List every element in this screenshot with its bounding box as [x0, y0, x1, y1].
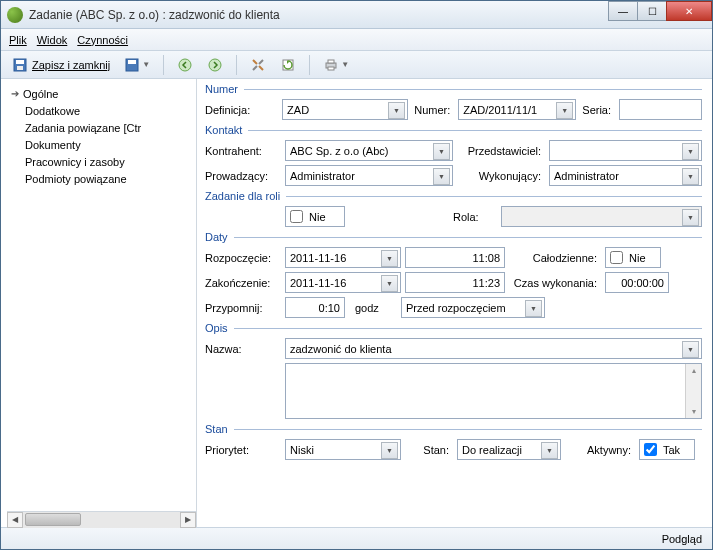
- label-numer: Numer:: [412, 104, 454, 116]
- label-aktywny: Aktywny:: [565, 444, 635, 456]
- disk-drop-icon: [124, 57, 140, 73]
- zakonczenie-time-input[interactable]: 11:23: [405, 272, 505, 293]
- menu-czynnosci[interactable]: Czynności: [77, 34, 128, 46]
- svg-rect-10: [328, 67, 334, 70]
- sidebar-hscroll[interactable]: ◀ ▶: [7, 511, 196, 527]
- rozpoczecie-time-input[interactable]: 11:08: [405, 247, 505, 268]
- calodzienne-checkbox[interactable]: Nie: [605, 247, 661, 268]
- arrow-left-icon: [177, 57, 193, 73]
- scroll-right-icon[interactable]: ▶: [180, 512, 196, 528]
- seria-input[interactable]: [619, 99, 702, 120]
- scroll-thumb[interactable]: [25, 513, 81, 526]
- menu-widok[interactable]: Widok: [37, 34, 68, 46]
- scroll-left-icon[interactable]: ◀: [7, 512, 23, 528]
- stan-select[interactable]: Do realizacji: [457, 439, 561, 460]
- definicja-select[interactable]: ZAD: [282, 99, 408, 120]
- sidebar: Ogólne Dodatkowe Zadania powiązane [Ctr …: [1, 79, 197, 527]
- label-prowadzacy: Prowadzący:: [205, 170, 281, 182]
- save-close-label: Zapisz i zamknij: [32, 59, 110, 71]
- svg-point-5: [179, 59, 191, 71]
- nav-fwd-button[interactable]: [202, 54, 228, 76]
- zadanie-roli-check-input[interactable]: [290, 210, 303, 223]
- refresh-button[interactable]: [275, 54, 301, 76]
- label-godz: godz: [349, 302, 397, 314]
- sidebar-item-dodatkowe[interactable]: Dodatkowe: [7, 102, 196, 119]
- printer-icon: [323, 57, 339, 73]
- label-przedstawiciel: Przedstawiciel:: [457, 145, 545, 157]
- prowadzacy-select[interactable]: Administrator: [285, 165, 453, 186]
- app-icon: [7, 7, 23, 23]
- group-kontakt: Kontakt: [205, 124, 702, 136]
- label-wykonujacy: Wykonujący:: [457, 170, 545, 182]
- aktywny-check-input[interactable]: [644, 443, 657, 456]
- menu-plik[interactable]: Plik: [9, 34, 27, 46]
- sidebar-item-podmioty[interactable]: Podmioty powiązane: [7, 170, 196, 187]
- sidebar-item-zadania-powiazane[interactable]: Zadania powiązane [Ctr: [7, 119, 196, 136]
- statusbar: Podgląd: [1, 527, 712, 549]
- wykonujacy-select[interactable]: Administrator: [549, 165, 702, 186]
- przedstawiciel-select[interactable]: [549, 140, 702, 161]
- label-calodzienne: Całodzienne:: [509, 252, 601, 264]
- tools-icon: [250, 57, 266, 73]
- tools-button[interactable]: [245, 54, 271, 76]
- group-stan: Stan: [205, 423, 702, 435]
- toolbar: Zapisz i zamknij ▼ ▼: [1, 51, 712, 79]
- nazwa-select[interactable]: zadzwonić do klienta: [285, 338, 702, 359]
- textarea-scrollbar[interactable]: ▴▾: [685, 364, 701, 418]
- maximize-button[interactable]: ☐: [637, 1, 667, 21]
- menubar: Plik Widok Czynności: [1, 29, 712, 51]
- numer-select[interactable]: ZAD/2011/11/1: [458, 99, 576, 120]
- svg-point-6: [209, 59, 221, 71]
- close-button[interactable]: ✕: [666, 1, 712, 21]
- minimize-button[interactable]: —: [608, 1, 638, 21]
- opis-textarea[interactable]: ▴▾: [285, 363, 702, 419]
- label-rola: Rola:: [453, 211, 497, 223]
- label-stan: Stan:: [405, 444, 453, 456]
- group-zadanie-dla-roli: Zadanie dla roli: [205, 190, 702, 202]
- titlebar: Zadanie (ABC Sp. z o.o) : zadzwonić do k…: [1, 1, 712, 29]
- label-kontrahent: Kontrahent:: [205, 145, 281, 157]
- svg-rect-2: [17, 66, 23, 70]
- arrow-right-icon: [207, 57, 223, 73]
- przypomnij-input[interactable]: 0:10: [285, 297, 345, 318]
- aktywny-checkbox[interactable]: Tak: [639, 439, 695, 460]
- label-czas-wykonania: Czas wykonania:: [509, 277, 601, 289]
- label-przypomnij: Przypomnij:: [205, 302, 281, 314]
- status-podglad[interactable]: Podgląd: [662, 533, 702, 545]
- label-seria: Seria:: [580, 104, 615, 116]
- group-daty: Daty: [205, 231, 702, 243]
- group-numer: Numer: [205, 83, 702, 95]
- disk-icon: [12, 57, 28, 73]
- group-opis: Opis: [205, 322, 702, 334]
- calodzienne-check-input[interactable]: [610, 251, 623, 264]
- czas-wykonania-input[interactable]: 00:00:00: [605, 272, 669, 293]
- label-zakonczenie: Zakończenie:: [205, 277, 281, 289]
- zadanie-roli-checkbox[interactable]: Nie: [285, 206, 345, 227]
- sidebar-item-ogolne[interactable]: Ogólne: [7, 85, 196, 102]
- zakonczenie-date-select[interactable]: 2011-11-16: [285, 272, 401, 293]
- przypomnij-typ-select[interactable]: Przed rozpoczęciem: [401, 297, 545, 318]
- form-panel: Numer Definicja: ZAD Numer: ZAD/2011/11/…: [197, 79, 712, 527]
- nav-back-button[interactable]: [172, 54, 198, 76]
- sidebar-item-dokumenty[interactable]: Dokumenty: [7, 136, 196, 153]
- save-dropdown-button[interactable]: ▼: [119, 54, 155, 76]
- svg-rect-9: [328, 60, 334, 63]
- nav-tree: Ogólne Dodatkowe Zadania powiązane [Ctr …: [7, 85, 196, 511]
- label-rozpoczecie: Rozpoczęcie:: [205, 252, 281, 264]
- refresh-icon: [280, 57, 296, 73]
- save-close-button[interactable]: Zapisz i zamknij: [7, 54, 115, 76]
- label-nazwa: Nazwa:: [205, 343, 281, 355]
- svg-rect-1: [16, 60, 24, 64]
- rozpoczecie-date-select[interactable]: 2011-11-16: [285, 247, 401, 268]
- priorytet-select[interactable]: Niski: [285, 439, 401, 460]
- label-priorytet: Priorytet:: [205, 444, 281, 456]
- svg-rect-4: [128, 60, 136, 64]
- label-definicja: Definicja:: [205, 104, 278, 116]
- kontrahent-select[interactable]: ABC Sp. z o.o (Abc): [285, 140, 453, 161]
- rola-select: [501, 206, 702, 227]
- print-button[interactable]: ▼: [318, 54, 354, 76]
- sidebar-item-pracownicy[interactable]: Pracownicy i zasoby: [7, 153, 196, 170]
- window-title: Zadanie (ABC Sp. z o.o) : zadzwonić do k…: [29, 8, 280, 22]
